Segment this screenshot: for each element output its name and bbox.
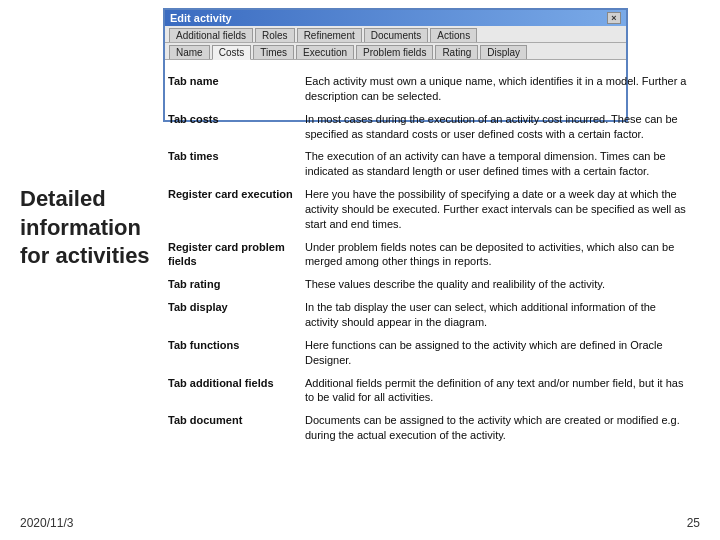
row-description: Additional fields permit the definition … — [300, 372, 693, 410]
table-row: Tab functionsHere functions can be assig… — [163, 334, 693, 372]
table-row: Tab ratingThese values describe the qual… — [163, 273, 693, 296]
footer-date: 2020/11/3 — [20, 516, 73, 530]
heading-line3: for activities — [20, 242, 150, 271]
row-label: Tab functions — [163, 334, 300, 372]
heading-line1: Detailed — [20, 185, 150, 214]
row-description: Under problem fields notes can be deposi… — [300, 236, 693, 274]
dialog-title-bar: Edit activity × — [165, 10, 626, 26]
tab-documents[interactable]: Documents — [364, 28, 429, 42]
row-description: In most cases during the execution of an… — [300, 108, 693, 146]
info-content-area: Tab nameEach activity must own a unique … — [163, 70, 693, 447]
close-button[interactable]: × — [607, 12, 621, 24]
tab-problem-fields[interactable]: Problem fields — [356, 45, 433, 59]
slide: Detailed information for activities Edit… — [0, 0, 720, 540]
row-description: These values describe the quality and re… — [300, 273, 693, 296]
info-table: Tab nameEach activity must own a unique … — [163, 70, 693, 447]
dialog-tabs-top: Additional fields Roles Refinement Docum… — [165, 26, 626, 43]
row-label: Tab rating — [163, 273, 300, 296]
row-description: In the tab display the user can select, … — [300, 296, 693, 334]
tab-times[interactable]: Times — [253, 45, 294, 59]
tab-display[interactable]: Display — [480, 45, 527, 59]
table-row: Tab additional fieldsAdditional fields p… — [163, 372, 693, 410]
tab-additional-fields[interactable]: Additional fields — [169, 28, 253, 42]
footer-page: 25 — [687, 516, 700, 530]
table-row: Tab documentDocuments can be assigned to… — [163, 409, 693, 447]
row-description: Documents can be assigned to the activit… — [300, 409, 693, 447]
row-description: Each activity must own a unique name, wh… — [300, 70, 693, 108]
row-label: Tab times — [163, 145, 300, 183]
row-label: Tab name — [163, 70, 300, 108]
row-label: Tab display — [163, 296, 300, 334]
table-row: Tab timesThe execution of an activity ca… — [163, 145, 693, 183]
row-description: The execution of an activity can have a … — [300, 145, 693, 183]
row-label: Tab additional fields — [163, 372, 300, 410]
tab-costs[interactable]: Costs — [212, 45, 252, 60]
row-label: Register card problem fields — [163, 236, 300, 274]
dialog-tabs-bottom: Name Costs Times Execution Problem field… — [165, 43, 626, 60]
table-row: Tab nameEach activity must own a unique … — [163, 70, 693, 108]
tab-name[interactable]: Name — [169, 45, 210, 59]
heading-line2: information — [20, 214, 150, 243]
table-row: Tab costsIn most cases during the execut… — [163, 108, 693, 146]
row-label: Register card execution — [163, 183, 300, 236]
tab-roles[interactable]: Roles — [255, 28, 295, 42]
row-label: Tab document — [163, 409, 300, 447]
tab-execution[interactable]: Execution — [296, 45, 354, 59]
tab-refinement[interactable]: Refinement — [297, 28, 362, 42]
row-description: Here you have the possibility of specify… — [300, 183, 693, 236]
row-label: Tab costs — [163, 108, 300, 146]
dialog-title: Edit activity — [170, 12, 232, 24]
table-row: Register card executionHere you have the… — [163, 183, 693, 236]
table-row: Tab displayIn the tab display the user c… — [163, 296, 693, 334]
table-row: Register card problem fieldsUnder proble… — [163, 236, 693, 274]
row-description: Here functions can be assigned to the ac… — [300, 334, 693, 372]
footer: 2020/11/3 25 — [20, 516, 700, 530]
left-heading: Detailed information for activities — [20, 185, 150, 271]
tab-actions[interactable]: Actions — [430, 28, 477, 42]
tab-rating[interactable]: Rating — [435, 45, 478, 59]
